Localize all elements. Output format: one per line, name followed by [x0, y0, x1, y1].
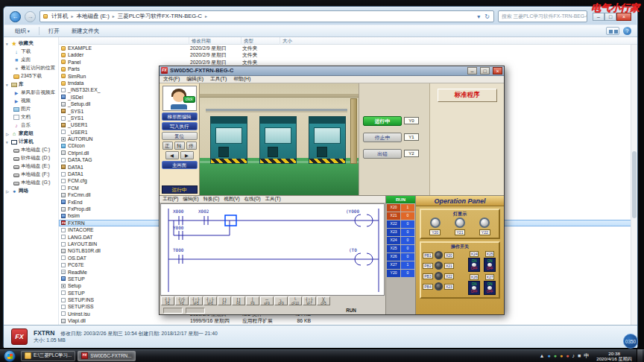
assistant-avatar[interactable]: click — [162, 86, 197, 111]
file-row[interactable]: Vlapi.dll1999/9/16 星期四应用程序扩展86 KB — [59, 317, 637, 324]
indicator-Y0[interactable]: 运行中 — [363, 116, 402, 126]
sidebar-section[interactable]: ▾库 — [4, 80, 58, 89]
plc-title-bar[interactable]: SW0D5C-FXTRN-BEG-C – □ × — [160, 66, 504, 76]
ladder-symbol-button[interactable]: ─sF9 — [260, 296, 274, 305]
sidebar-item[interactable]: 文档 — [4, 113, 58, 121]
indicator-Y1[interactable]: 停止中 — [363, 133, 402, 142]
ladder-symbol-button[interactable]: └cF10 — [288, 296, 302, 305]
toggle-X27[interactable]: ONOFF — [484, 281, 496, 295]
search-box[interactable]: 搜索 三菱PLC学习软件FX-TRN-BEG-C — [498, 10, 587, 22]
menu-item[interactable]: 工程(P) — [162, 196, 178, 203]
ladder-symbol-button[interactable]: ┤├F5 — [161, 296, 174, 305]
column-header-size[interactable]: 大小 — [280, 37, 314, 45]
toggle-X24[interactable]: ONOFF — [468, 258, 480, 272]
expander-icon[interactable]: ▾ — [6, 140, 10, 145]
sidebar-item[interactable]: 本地磁盘 (G:) — [4, 179, 58, 187]
forward-button[interactable]: → — [25, 11, 36, 22]
toggle-X25[interactable]: ONOFF — [484, 258, 496, 272]
push-button-X20[interactable] — [435, 251, 443, 259]
tray-volume-icon[interactable]: ♪ — [572, 350, 575, 362]
tray-network-icon[interactable]: ■ — [578, 350, 581, 362]
sidebar-section[interactable]: ▾收藏夹 — [4, 39, 58, 48]
column-header-date[interactable]: 修改日期 — [189, 37, 241, 45]
tray-app-blue-icon[interactable]: ● — [548, 350, 551, 362]
side-button[interactable]: 复位 — [162, 132, 198, 140]
sidebar-item[interactable]: 软件磁盘 (D:) — [4, 154, 58, 162]
expander-icon[interactable]: ▾ — [6, 42, 10, 46]
ladder-symbol-button[interactable]: ┤/├F6 — [175, 296, 189, 305]
indicator-Y2[interactable]: 出错 — [363, 149, 402, 159]
plc-close-button[interactable]: × — [493, 67, 502, 74]
plc-minimize-button[interactable]: – — [467, 67, 477, 74]
tray-expand-icon[interactable]: ▲ — [540, 350, 545, 362]
breadcrumb-item[interactable]: 计算机 — [49, 13, 71, 19]
sidebar-item[interactable]: 本地磁盘 (E:) — [4, 162, 58, 171]
expander-icon[interactable]: ▾ — [6, 83, 10, 87]
ladder-symbol-button[interactable]: │F9 — [246, 296, 259, 305]
file-row[interactable]: EXAMPLE2020/2/9 星期日文件夹 — [59, 45, 637, 51]
sidebar-item[interactable]: 下载 — [4, 48, 58, 56]
side-button[interactable]: 写入执行 — [162, 122, 198, 130]
sidebar-section[interactable]: ▾计算机 — [4, 138, 58, 146]
column-header-type[interactable]: 类型 — [241, 37, 280, 45]
vertical-scrollbar[interactable] — [631, 45, 637, 325]
sidebar-item[interactable]: 视频 — [4, 97, 58, 105]
address-dropdown-icon[interactable] — [475, 13, 482, 20]
open-button[interactable]: 打开 — [43, 25, 65, 37]
toggle-X26[interactable]: ONOFF — [468, 281, 480, 295]
file-row[interactable]: Ladder2020/2/9 星期日文件夹 — [59, 51, 637, 58]
address-bar[interactable]: 计算机▸本地磁盘 (E:)▸三菱PLC学习软件FX-TRN-BEG-C▸ — [40, 10, 494, 22]
jog-button[interactable]: 转 — [174, 142, 185, 150]
start-button[interactable] — [4, 350, 16, 362]
taskbar-app-folder[interactable]: E:\三菱PLC学习... — [21, 351, 75, 361]
show-desktop-button[interactable] — [637, 349, 643, 362]
jog-button[interactable]: 正 — [162, 142, 173, 150]
taskbar-app-fx[interactable]: FXSW0D5C-FXTRN... — [78, 351, 135, 361]
sidebar-item[interactable]: 暴风影音视频库 — [4, 89, 58, 97]
tray-app-red-icon[interactable]: ● — [566, 350, 569, 362]
sidebar-item[interactable]: 图片 — [4, 105, 58, 113]
expander-icon[interactable]: ▷ — [6, 189, 10, 194]
scrollbar-thumb[interactable] — [632, 151, 637, 218]
sidebar-item[interactable]: 最近访问的位置 — [4, 64, 58, 72]
sidebar-item[interactable]: 本地磁盘 (C:) — [4, 146, 58, 154]
breadcrumb-item[interactable]: 三菱PLC学习软件FX-TRN-BEG-C — [116, 13, 204, 19]
sidebar-item[interactable]: 桌面 — [4, 56, 58, 64]
menu-item[interactable]: 编辑(E) — [186, 75, 203, 83]
ladder-symbol-button[interactable]: ┤↑├sF7 — [303, 296, 316, 305]
ladder-symbol-button[interactable]: ╳cF5 — [317, 296, 330, 305]
back-button[interactable]: ← — [10, 11, 21, 22]
prev-button[interactable]: ◀ — [165, 151, 179, 159]
menu-item[interactable]: 编辑(E) — [183, 196, 198, 203]
tray-app-green-icon[interactable]: ● — [554, 350, 557, 362]
jog-button[interactable]: 停 — [186, 142, 197, 150]
menu-item[interactable]: 视图(V) — [224, 196, 239, 203]
plc-maximize-button[interactable]: □ — [480, 67, 490, 74]
menu-item[interactable]: 文件(F) — [163, 75, 180, 83]
main-screen-button[interactable]: 主画面 — [162, 161, 198, 169]
ladder-symbol-button[interactable]: ( )F7 — [218, 296, 231, 305]
breadcrumb-item[interactable]: 本地磁盘 (E:) — [75, 13, 112, 19]
menu-item[interactable]: 在线(O) — [244, 196, 261, 203]
sidebar-section[interactable]: ▷家庭组 — [4, 130, 58, 138]
expander-icon[interactable]: ▷ — [6, 132, 10, 136]
sidebar-item[interactable]: 本地磁盘 (F:) — [4, 171, 58, 179]
sidebar-item[interactable]: 音乐 — [4, 121, 58, 130]
ladder-canvas[interactable]: X000 X002 (Y000 Y000 T000 (T0 — [160, 203, 385, 296]
sidebar-item[interactable]: 2345下载 — [4, 72, 58, 80]
push-button-X21[interactable] — [435, 261, 443, 270]
new-folder-button[interactable]: 新建文件夹 — [66, 25, 105, 37]
next-button[interactable]: ▶ — [180, 151, 194, 159]
ladder-symbol-button[interactable]: ┐cF9 — [274, 296, 288, 305]
push-button-X22[interactable] — [435, 272, 443, 280]
menu-item[interactable]: 工具(T) — [210, 75, 227, 83]
menu-item[interactable]: 转换(C) — [203, 196, 220, 203]
ladder-symbol-button[interactable]: ┤↓├sF6 — [203, 296, 217, 305]
change-view-button[interactable] — [606, 27, 619, 35]
taskbar-clock[interactable]: 20:38 2020/4/16 星期四 — [596, 351, 632, 361]
tray-app-orange-icon[interactable]: ● — [560, 350, 563, 362]
side-button[interactable]: 梯形图编辑 — [162, 112, 198, 121]
push-button-X23[interactable] — [435, 282, 443, 290]
ladder-symbol-button[interactable]: [ ]F8 — [232, 296, 245, 305]
refresh-icon[interactable] — [482, 13, 492, 20]
